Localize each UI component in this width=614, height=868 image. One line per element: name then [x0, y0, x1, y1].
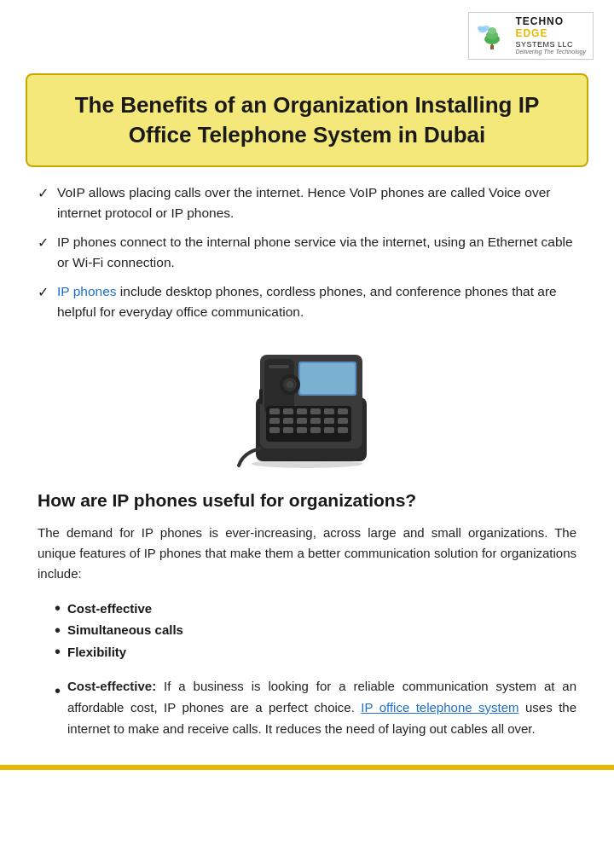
cost-effective-bold: Cost-effective: [67, 679, 156, 693]
svg-point-37 [252, 460, 362, 468]
bullet-text-2: IP phones connect to the internal phone … [57, 232, 576, 273]
bullet-icon: • [55, 622, 61, 639]
svg-rect-25 [324, 418, 334, 424]
bullet-icon: • [55, 599, 61, 616]
feature-label-1: Cost-effective [67, 598, 152, 620]
svg-rect-24 [310, 418, 321, 424]
feature-label-3: Flexibility [67, 641, 126, 663]
svg-point-7 [478, 26, 483, 30]
feature-list: • Cost-effective • Simultaneous calls • … [55, 598, 576, 663]
svg-rect-32 [338, 427, 348, 433]
svg-rect-23 [297, 418, 307, 424]
svg-rect-22 [283, 418, 293, 424]
page-title: The Benefits of an Organization Installi… [48, 90, 566, 150]
svg-rect-11 [300, 363, 355, 394]
list-item: • Cost-effective [55, 598, 576, 620]
title-banner: The Benefits of an Organization Installi… [26, 73, 588, 167]
page: TECHNO EDGE SYSTEMS LLC Delivering The T… [0, 0, 614, 868]
logo-edge: EDGE [515, 28, 586, 40]
list-item: • Cost-effective: If a business is looki… [55, 676, 576, 739]
check-icon: ✓ [38, 233, 49, 254]
ip-office-link[interactable]: IP office telephone system [361, 700, 518, 715]
bullet-text-1: VoIP allows placing calls over the inter… [57, 182, 576, 223]
check-list: ✓ VoIP allows placing calls over the int… [38, 182, 576, 322]
bullet-icon: • [55, 677, 61, 705]
svg-point-6 [483, 26, 489, 31]
svg-rect-0 [490, 45, 494, 49]
svg-rect-15 [269, 408, 280, 414]
list-item: ✓ IP phones connect to the internal phon… [38, 232, 576, 273]
ip-phones-link[interactable]: IP phones [57, 284, 117, 298]
logo-text-block: TECHNO EDGE SYSTEMS LLC Delivering The T… [515, 16, 586, 55]
svg-rect-16 [283, 408, 293, 414]
logo-systems: SYSTEMS LLC [515, 40, 586, 49]
logo-techno: TECHNO [515, 16, 586, 28]
logo-tree-icon [476, 20, 508, 52]
cost-effective-detail: Cost-effective: If a business is looking… [67, 676, 576, 739]
check-icon: ✓ [38, 282, 49, 304]
logo-box: TECHNO EDGE SYSTEMS LLC Delivering The T… [468, 12, 594, 60]
svg-rect-28 [283, 427, 293, 433]
feature-label-2: Simultaneous calls [67, 619, 183, 641]
detail-list: • Cost-effective: If a business is looki… [55, 676, 576, 739]
ip-phone-image [222, 338, 392, 470]
list-item: ✓ VoIP allows placing calls over the int… [38, 182, 576, 223]
content-area: ✓ VoIP allows placing calls over the int… [0, 182, 614, 739]
svg-rect-27 [269, 427, 280, 433]
bullet-text-3: IP phones include desktop phones, cordle… [57, 281, 576, 322]
svg-rect-26 [338, 418, 348, 424]
svg-rect-17 [297, 408, 307, 414]
svg-rect-36 [259, 389, 263, 404]
phone-image-container [38, 338, 576, 470]
svg-rect-29 [297, 427, 307, 433]
svg-rect-18 [310, 408, 321, 414]
svg-rect-20 [338, 408, 348, 414]
svg-rect-21 [269, 418, 280, 424]
bullet-icon: • [55, 643, 61, 660]
svg-rect-30 [310, 427, 321, 433]
list-item: • Flexibility [55, 641, 576, 663]
logo-tagline: Delivering The Technology [515, 49, 586, 55]
list-item: ✓ IP phones include desktop phones, cord… [38, 281, 576, 322]
bottom-bar [0, 765, 614, 770]
section-heading: How are IP phones useful for organizatio… [38, 489, 576, 512]
svg-rect-19 [324, 408, 334, 414]
intro-paragraph: The demand for IP phones is ever-increas… [38, 523, 576, 584]
check-icon: ✓ [38, 183, 49, 205]
svg-point-35 [287, 381, 293, 388]
svg-rect-31 [324, 427, 334, 433]
list-item: • Simultaneous calls [55, 619, 576, 641]
header: TECHNO EDGE SYSTEMS LLC Delivering The T… [0, 0, 614, 65]
svg-rect-13 [269, 365, 289, 368]
